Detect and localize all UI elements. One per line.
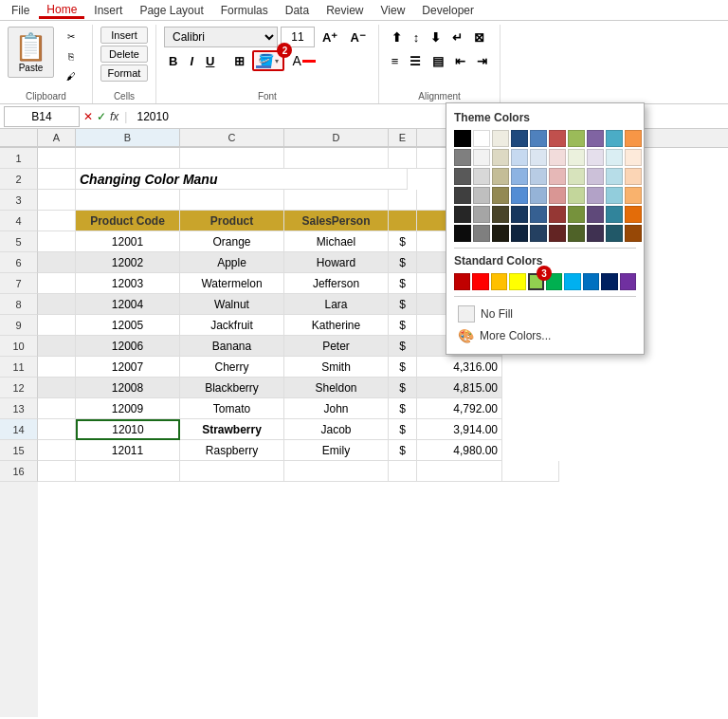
- theme-color-swatch-42[interactable]: [492, 206, 509, 223]
- theme-color-swatch-38[interactable]: [606, 187, 623, 204]
- row-num-5[interactable]: 5: [0, 231, 38, 252]
- cell-product-row7[interactable]: Walnut: [180, 294, 284, 315]
- cell-data-row8-a[interactable]: [38, 315, 76, 336]
- cell-product-row9[interactable]: Banana: [180, 336, 284, 357]
- theme-color-swatch-41[interactable]: [473, 206, 490, 223]
- row-num-6[interactable]: 6: [0, 252, 38, 273]
- cell-row1-col-a[interactable]: [38, 148, 76, 169]
- cell-code-row12[interactable]: 12009: [76, 398, 180, 419]
- theme-color-swatch-35[interactable]: [549, 187, 566, 204]
- theme-color-swatch-3[interactable]: [511, 130, 528, 147]
- row-num-13[interactable]: 13: [0, 398, 38, 419]
- fill-color-button[interactable]: 🪣 ▾ 2: [252, 50, 284, 71]
- standard-color-swatch-6[interactable]: [564, 273, 580, 290]
- align-middle-button[interactable]: ↕: [409, 27, 425, 47]
- standard-color-swatch-1[interactable]: [472, 273, 488, 290]
- cell-code-row5[interactable]: 12002: [76, 252, 180, 273]
- cell-data-row14-a[interactable]: [38, 440, 76, 461]
- theme-color-swatch-8[interactable]: [606, 130, 623, 147]
- col-header-e[interactable]: E: [389, 129, 417, 147]
- cell-salesperson-row12[interactable]: John: [284, 398, 389, 419]
- underline-button[interactable]: U: [201, 50, 219, 71]
- theme-color-swatch-22[interactable]: [492, 168, 509, 185]
- cell-code-row9[interactable]: 12006: [76, 336, 180, 357]
- theme-color-swatch-18[interactable]: [606, 149, 623, 166]
- theme-color-swatch-24[interactable]: [530, 168, 547, 185]
- font-decrease-button[interactable]: A⁻: [345, 27, 370, 47]
- cell-header-1[interactable]: Product Code: [76, 211, 180, 231]
- theme-color-swatch-47[interactable]: [587, 206, 604, 223]
- cell-row16-col-b[interactable]: [76, 461, 180, 482]
- theme-color-swatch-1[interactable]: [473, 130, 490, 147]
- row-num-14[interactable]: 14: [0, 419, 38, 440]
- theme-color-swatch-4[interactable]: [530, 130, 547, 147]
- cell-currency-row9[interactable]: $: [389, 336, 417, 357]
- row-num-11[interactable]: 11: [0, 357, 38, 378]
- cell-row3-col-b[interactable]: [76, 190, 180, 211]
- cell-product-row13[interactable]: Strawberry: [180, 419, 284, 440]
- more-colors-option[interactable]: 🎨 More Colors...: [454, 325, 636, 346]
- col-header-a[interactable]: A: [38, 129, 76, 147]
- col-header-d[interactable]: D: [284, 129, 389, 147]
- cell-data-row7-a[interactable]: [38, 294, 76, 315]
- cell-row3-col-a[interactable]: [38, 190, 76, 211]
- theme-color-swatch-19[interactable]: [625, 149, 642, 166]
- cell-product-row12[interactable]: Tomato: [180, 398, 284, 419]
- cell-product-row4[interactable]: Orange: [180, 231, 284, 252]
- cell-salesperson-row14[interactable]: Emily: [284, 440, 389, 461]
- cell-product-row6[interactable]: Watermelon: [180, 273, 284, 294]
- cell-code-row14[interactable]: 12011: [76, 440, 180, 461]
- cell-row16-col-e[interactable]: [389, 461, 417, 482]
- cell-currency-row6[interactable]: $: [389, 273, 417, 294]
- insert-button[interactable]: Insert: [100, 27, 148, 44]
- standard-color-swatch-9[interactable]: [620, 273, 636, 290]
- menu-formulas[interactable]: Formulas: [213, 2, 276, 19]
- increase-indent-button[interactable]: ⇥: [472, 50, 492, 71]
- cell-currency-row5[interactable]: $: [389, 252, 417, 273]
- row-num-7[interactable]: 7: [0, 273, 38, 294]
- cell-salesperson-row5[interactable]: Howard: [284, 252, 389, 273]
- theme-color-swatch-2[interactable]: [492, 130, 509, 147]
- menu-insert[interactable]: Insert: [86, 2, 130, 19]
- row-num-2[interactable]: 2: [0, 169, 38, 190]
- standard-color-swatch-7[interactable]: [583, 273, 599, 290]
- cell-header-2[interactable]: Product: [180, 211, 284, 231]
- cell-row1-col-c[interactable]: [180, 148, 284, 169]
- copy-button[interactable]: ⎘: [58, 46, 84, 65]
- theme-color-swatch-12[interactable]: [492, 149, 509, 166]
- cell-row1-col-d[interactable]: [284, 148, 389, 169]
- cell-code-row6[interactable]: 12003: [76, 273, 180, 294]
- cell-salesperson-row8[interactable]: Katherine: [284, 315, 389, 336]
- format-painter-button[interactable]: 🖌: [58, 66, 84, 85]
- theme-color-swatch-6[interactable]: [568, 130, 585, 147]
- standard-color-swatch-8[interactable]: [601, 273, 617, 290]
- theme-color-swatch-56[interactable]: [568, 225, 585, 242]
- theme-color-swatch-14[interactable]: [530, 149, 547, 166]
- cell-currency-row10[interactable]: $: [389, 357, 417, 378]
- theme-color-swatch-17[interactable]: [587, 149, 604, 166]
- theme-color-swatch-5[interactable]: [549, 130, 566, 147]
- theme-color-swatch-25[interactable]: [549, 168, 566, 185]
- menu-page-layout[interactable]: Page Layout: [132, 2, 210, 19]
- font-color-button[interactable]: A: [287, 50, 319, 71]
- row-num-12[interactable]: 12: [0, 378, 38, 398]
- cell-currency-row12[interactable]: $: [389, 398, 417, 419]
- name-box[interactable]: [4, 106, 80, 127]
- cell-data-row10-a[interactable]: [38, 357, 76, 378]
- align-bottom-button[interactable]: ⬇: [426, 27, 446, 47]
- formula-confirm-icon[interactable]: ✓: [97, 110, 106, 123]
- cell-data-row12-a[interactable]: [38, 398, 76, 419]
- row-num-1[interactable]: 1: [0, 148, 38, 169]
- cell-salesperson-row4[interactable]: Michael: [284, 231, 389, 252]
- cell-row16-col-f[interactable]: [417, 461, 502, 482]
- theme-color-swatch-7[interactable]: [587, 130, 604, 147]
- theme-color-swatch-55[interactable]: [549, 225, 566, 242]
- cell-salesperson-row7[interactable]: Lara: [284, 294, 389, 315]
- theme-color-swatch-29[interactable]: [625, 168, 642, 185]
- row-num-15[interactable]: 15: [0, 440, 38, 461]
- cell-code-row7[interactable]: 12004: [76, 294, 180, 315]
- cell-data-row9-a[interactable]: [38, 336, 76, 357]
- cell-product-row5[interactable]: Apple: [180, 252, 284, 273]
- wrap-text-button[interactable]: ↵: [447, 27, 467, 47]
- align-center-button[interactable]: ☰: [405, 50, 426, 71]
